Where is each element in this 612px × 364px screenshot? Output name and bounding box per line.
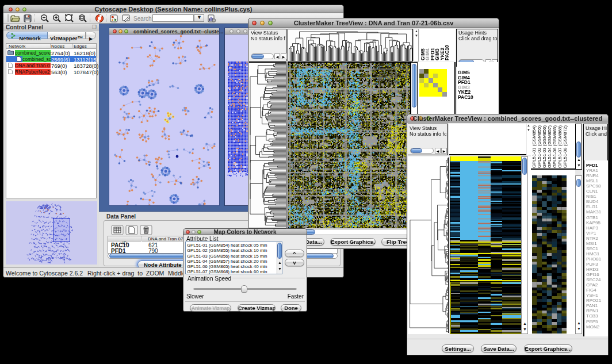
svg-text:GPL51-01 (GSM854): GPL51-01 (GSM854) bbox=[531, 125, 537, 168]
svg-text:PAC10: PAC10 bbox=[444, 45, 450, 60]
svg-text:GPL51-03 (GSM856): GPL51-03 (GSM856) bbox=[542, 125, 547, 168]
svg-text:GPL51-07 (GSM868): GPL51-07 (GSM868) bbox=[557, 125, 563, 168]
svg-text:GPL51-06 (GSM865): GPL51-06 (GSM865) bbox=[552, 125, 557, 168]
svg-text:GPL51-08 (GSM872): GPL51-08 (GSM872) bbox=[563, 125, 568, 168]
svg-text:GPL51-04 (GSM857): GPL51-04 (GSM857) bbox=[547, 125, 552, 168]
svg-text:GPL51-02 (GSM855): GPL51-02 (GSM855) bbox=[537, 125, 542, 168]
